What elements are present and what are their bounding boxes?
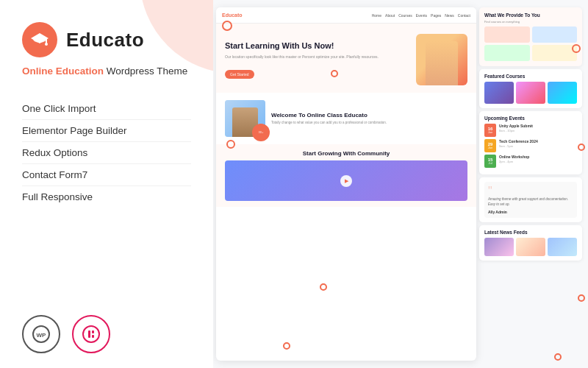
nav-link-news: News: [445, 13, 454, 18]
svg-rect-7: [88, 330, 90, 338]
event-time-1: 8am - 10pm: [499, 129, 533, 132]
course-thumb-2: [516, 82, 545, 104]
hero-cta-button[interactable]: Get Started: [225, 70, 254, 79]
side-preview: What We Provide To You Find courses on e…: [479, 7, 582, 361]
tagline: Online Education Wordpress Theme: [22, 65, 191, 79]
feature-item: Contact Form7: [22, 164, 191, 186]
event-info-2: Tech Conference 2024 9am - 5pm: [499, 139, 538, 148]
news-title: Latest News Feeds: [484, 230, 577, 235]
play-button[interactable]: ▶: [340, 175, 352, 187]
courses-grid: [484, 82, 577, 104]
event-title-1: Unity Apple Submit: [499, 124, 533, 129]
quote-icon: ": [488, 185, 573, 197]
event-time-2: 9am - 5pm: [499, 144, 538, 148]
tagline-highlight: Online Education: [22, 66, 104, 77]
side-card-4: [532, 45, 578, 61]
welcome-sub: Totally change to what value you can add…: [271, 121, 387, 126]
badge-area: WP: [22, 315, 191, 353]
event-item-1: 16 Jun Unity Apple Submit 8am - 10pm: [484, 124, 577, 137]
preview-community: Start Growing With Community ▶: [216, 144, 476, 207]
preview-welcome: 30+ Welcome To Online Class Educato Tota…: [216, 93, 476, 144]
feature-item: One Click Import: [22, 98, 191, 120]
event-title-3: Online Workshop: [499, 155, 529, 160]
svg-rect-2: [46, 38, 47, 43]
nav-link-contact: Contact: [458, 13, 470, 18]
svg-point-6: [83, 326, 99, 342]
hero-sub: Our location specifically look like this…: [225, 54, 410, 60]
feature-item: Redux Options: [22, 142, 191, 164]
feature-item: Full Responsive: [22, 186, 191, 208]
years-count: 30+: [259, 131, 264, 135]
nav-link-pages: Pages: [431, 13, 441, 18]
nav-link-courses: Courses: [398, 13, 412, 18]
logo-icon: [22, 22, 57, 57]
hero-title: Start Learning With Us Now!: [225, 40, 410, 51]
side-hero-title: What We Provide To You: [484, 13, 577, 18]
nav-link-events: Events: [416, 13, 427, 18]
elementor-badge: [72, 315, 110, 353]
featured-courses-section: Featured Courses: [479, 69, 582, 108]
wordpress-badge: WP: [22, 315, 60, 353]
nav-link-home: Home: [372, 13, 381, 18]
features-list: One Click Import Elementor Page Builder …: [22, 98, 191, 208]
event-date-2: 29 Jun: [484, 139, 496, 152]
nav-link-about: About: [385, 13, 395, 18]
event-info-3: Online Workshop 2pm - 4pm: [499, 155, 529, 163]
side-hero-sub: Find courses on everything: [484, 20, 577, 24]
side-card-3: [484, 45, 530, 61]
event-date-1: 16 Jun: [484, 124, 496, 137]
testimonial-box: " Amazing theme with great support and d…: [484, 182, 577, 218]
event-month-1: Jun: [488, 131, 492, 134]
side-card-1: [484, 26, 530, 43]
years-badge: 30+: [252, 124, 270, 141]
preview-nav-links: Home About Courses Events Pages News Con…: [372, 13, 470, 18]
welcome-text-block: Welcome To Online Class Educato Totally …: [271, 112, 387, 126]
welcome-image: 30+: [225, 100, 265, 137]
event-item-2: 29 Jun Tech Conference 2024 9am - 5pm: [484, 139, 577, 152]
event-date-3: 15 Jul: [484, 155, 496, 168]
preview-nav-logo: Educato: [222, 13, 243, 18]
brand-name: Educato: [66, 29, 144, 52]
event-time-3: 2pm - 4pm: [499, 160, 529, 163]
hero-image: [416, 34, 467, 85]
welcome-title: Welcome To Online Class Educato: [271, 112, 387, 118]
hero-text: Start Learning With Us Now! Our location…: [225, 40, 410, 79]
tagline-suffix: Wordpress Theme: [107, 66, 188, 77]
testimonial-section: " Amazing theme with great support and d…: [479, 177, 582, 222]
brand-area: Educato: [22, 22, 191, 57]
svg-point-3: [45, 43, 48, 46]
testimonial-author: Ally Admin: [488, 210, 573, 214]
event-item-3: 15 Jul Online Workshop 2pm - 4pm: [484, 155, 577, 168]
side-card-2: [532, 26, 578, 43]
main-preview: Educato Home About Courses Events Pages …: [216, 7, 476, 361]
hero-person: [426, 41, 458, 85]
side-hero-grid: [484, 26, 577, 61]
svg-rect-9: [92, 335, 94, 338]
news-thumb-2: [516, 238, 545, 256]
course-thumb-3: [548, 82, 577, 104]
news-section: Latest News Feeds: [479, 225, 582, 261]
featured-courses-title: Featured Courses: [484, 74, 577, 79]
events-section: Upcoming Events 16 Jun Unity Apple Submi…: [479, 111, 582, 174]
community-image: ▶: [225, 160, 467, 201]
event-info-1: Unity Apple Submit 8am - 10pm: [499, 124, 533, 132]
news-thumb-1: [484, 238, 514, 256]
community-title: Start Growing With Community: [225, 150, 467, 157]
news-grid: [484, 238, 577, 256]
svg-rect-8: [92, 330, 94, 333]
preview-navbar: Educato Home About Courses Events Pages …: [216, 7, 476, 24]
news-thumb-3: [548, 238, 577, 256]
left-panel: Educato Online Education Wordpress Theme…: [0, 0, 213, 368]
course-thumb-1: [484, 82, 514, 104]
preview-hero: Start Learning With Us Now! Our location…: [216, 24, 476, 93]
event-title-2: Tech Conference 2024: [499, 139, 538, 144]
side-hero-section: What We Provide To You Find courses on e…: [479, 7, 582, 66]
testimonial-text: Amazing theme with great support and doc…: [488, 197, 573, 208]
right-panel: Educato Home About Courses Events Pages …: [213, 0, 588, 368]
event-month-2: Jun: [488, 146, 492, 149]
event-month-3: Jul: [488, 162, 492, 165]
events-title: Upcoming Events: [484, 116, 577, 121]
feature-item: Elementor Page Builder: [22, 120, 191, 142]
svg-text:WP: WP: [37, 332, 47, 339]
